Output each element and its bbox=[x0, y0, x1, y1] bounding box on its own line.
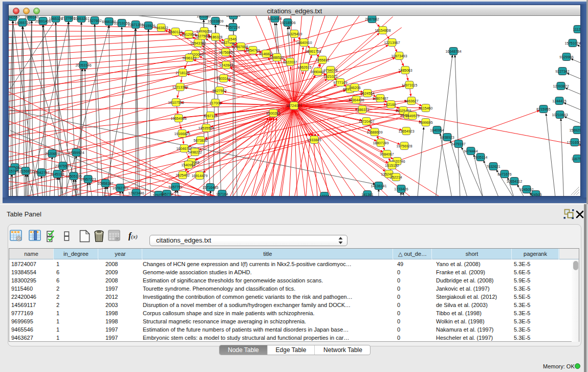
svg-text:7386372: 7386372 bbox=[355, 108, 369, 112]
svg-text:12973115: 12973115 bbox=[402, 83, 418, 87]
svg-text:14136141: 14136141 bbox=[371, 184, 386, 188]
svg-text:15751074: 15751074 bbox=[564, 41, 580, 45]
svg-text:746206: 746206 bbox=[349, 86, 360, 90]
svg-text:12156812: 12156812 bbox=[17, 169, 33, 173]
svg-text:15720407: 15720407 bbox=[358, 120, 374, 123]
svg-text:717006: 717006 bbox=[209, 101, 221, 105]
svg-text:8990448: 8990448 bbox=[311, 70, 324, 74]
svg-text:12213389: 12213389 bbox=[172, 85, 188, 89]
svg-text:8186328: 8186328 bbox=[208, 35, 222, 39]
svg-text:1621022: 1621022 bbox=[323, 75, 337, 78]
svg-text:8300283: 8300283 bbox=[266, 112, 280, 115]
svg-text:10973493: 10973493 bbox=[391, 54, 407, 58]
svg-text:1244415: 1244415 bbox=[552, 99, 566, 103]
svg-text:12093872: 12093872 bbox=[553, 84, 569, 88]
svg-text:1065326: 1065326 bbox=[49, 17, 62, 20]
svg-text:1733426: 1733426 bbox=[394, 187, 408, 191]
svg-text:10958187: 10958187 bbox=[97, 182, 113, 185]
svg-text:23975587: 23975587 bbox=[55, 164, 71, 168]
svg-text:16046756: 16046756 bbox=[176, 147, 192, 150]
svg-text:9699695: 9699695 bbox=[419, 121, 432, 124]
svg-text:7357224: 7357224 bbox=[226, 26, 239, 29]
svg-text:16543382: 16543382 bbox=[190, 41, 206, 45]
svg-text:2099140: 2099140 bbox=[25, 16, 38, 19]
svg-text:20364436: 20364436 bbox=[348, 98, 364, 102]
svg-text:19166825: 19166825 bbox=[174, 132, 190, 136]
svg-text:8427552: 8427552 bbox=[212, 89, 226, 93]
svg-text:11325419: 11325419 bbox=[287, 32, 302, 36]
svg-text:6479197: 6479197 bbox=[451, 142, 465, 146]
svg-text:9474444: 9474444 bbox=[464, 149, 477, 153]
svg-text:1588520: 1588520 bbox=[270, 56, 284, 59]
svg-text:7955812: 7955812 bbox=[315, 58, 329, 62]
svg-text:16914479: 16914479 bbox=[191, 174, 207, 178]
svg-text:9463627: 9463627 bbox=[404, 99, 418, 103]
svg-text:9457791: 9457791 bbox=[168, 185, 182, 189]
svg-text:10654112: 10654112 bbox=[507, 180, 522, 183]
svg-text:8267110: 8267110 bbox=[204, 114, 217, 118]
svg-text:7515526: 7515526 bbox=[141, 24, 155, 28]
svg-text:17334: 17334 bbox=[319, 194, 330, 196]
svg-text:5873832: 5873832 bbox=[193, 139, 207, 142]
svg-text:14055724: 14055724 bbox=[14, 21, 30, 25]
svg-text:8912954: 8912954 bbox=[182, 33, 195, 36]
svg-text:12923446: 12923446 bbox=[128, 191, 144, 195]
svg-text:1640954: 1640954 bbox=[430, 128, 444, 132]
svg-text:19756928: 19756928 bbox=[396, 144, 412, 148]
svg-text:945779: 945779 bbox=[161, 192, 172, 196]
svg-text:8215955: 8215955 bbox=[536, 107, 550, 111]
svg-text:1145193: 1145193 bbox=[51, 172, 64, 176]
svg-text:116753: 116753 bbox=[572, 157, 580, 161]
svg-text:141361: 141361 bbox=[361, 193, 373, 196]
svg-text:9327500: 9327500 bbox=[195, 34, 209, 38]
svg-text:11121: 11121 bbox=[573, 28, 580, 31]
svg-text:9777169: 9777169 bbox=[333, 81, 347, 84]
svg-text:9146821: 9146821 bbox=[259, 52, 273, 56]
svg-text:16107553: 16107553 bbox=[168, 101, 184, 104]
svg-text:7463822: 7463822 bbox=[154, 26, 168, 30]
svg-text:9245052: 9245052 bbox=[519, 188, 533, 191]
svg-text:2020655: 2020655 bbox=[45, 152, 59, 156]
svg-text:1933845: 1933845 bbox=[307, 138, 321, 142]
svg-text:10688609: 10688609 bbox=[366, 130, 382, 134]
svg-text:18807249: 18807249 bbox=[373, 141, 388, 145]
svg-text:1603380: 1603380 bbox=[197, 16, 210, 18]
svg-text:9115460: 9115460 bbox=[419, 106, 433, 110]
svg-text:13654923: 13654923 bbox=[398, 129, 414, 133]
svg-text:1546: 1546 bbox=[228, 37, 236, 41]
svg-text:8454749: 8454749 bbox=[246, 49, 259, 52]
svg-text:17016504: 17016504 bbox=[567, 141, 580, 144]
svg-text:17359924: 17359924 bbox=[68, 151, 84, 155]
svg-text:2867608: 2867608 bbox=[234, 45, 248, 49]
svg-text:16033809: 16033809 bbox=[207, 19, 223, 23]
svg-text:12505195: 12505195 bbox=[66, 174, 81, 178]
svg-text:9227342: 9227342 bbox=[555, 70, 569, 73]
svg-text:12213967: 12213967 bbox=[384, 41, 400, 45]
svg-text:9794078: 9794078 bbox=[323, 69, 337, 72]
svg-text:6322037: 6322037 bbox=[283, 60, 297, 64]
svg-text:252214: 252214 bbox=[390, 176, 402, 179]
svg-text:3624554: 3624554 bbox=[360, 92, 374, 95]
svg-text:2803144: 2803144 bbox=[216, 77, 230, 80]
svg-text:1540994: 1540994 bbox=[181, 163, 195, 167]
svg-text:18724007: 18724007 bbox=[286, 104, 302, 107]
svg-text:13942757: 13942757 bbox=[33, 171, 49, 174]
svg-text:8813054: 8813054 bbox=[226, 16, 240, 17]
svg-text:7632621: 7632621 bbox=[486, 165, 500, 168]
svg-text:157164: 157164 bbox=[216, 192, 228, 196]
svg-text:13535594: 13535594 bbox=[198, 126, 214, 130]
svg-text:8471676: 8471676 bbox=[497, 172, 511, 176]
svg-text:9896123: 9896123 bbox=[182, 56, 196, 60]
svg-text:9329966: 9329966 bbox=[559, 55, 573, 59]
svg-text:9084067: 9084067 bbox=[380, 152, 394, 156]
svg-text:924505: 924505 bbox=[530, 193, 541, 196]
svg-text:19218506: 19218506 bbox=[279, 21, 295, 25]
svg-text:17957223: 17957223 bbox=[80, 178, 96, 181]
svg-text:16154808: 16154808 bbox=[375, 29, 390, 32]
svg-text:16782759: 16782759 bbox=[112, 186, 128, 190]
svg-text:2040557: 2040557 bbox=[9, 16, 20, 19]
svg-text:10807487: 10807487 bbox=[372, 97, 388, 100]
svg-text:7625402: 7625402 bbox=[176, 173, 189, 177]
svg-text:2935114: 2935114 bbox=[474, 156, 488, 159]
svg-text:3675685: 3675685 bbox=[219, 51, 232, 54]
